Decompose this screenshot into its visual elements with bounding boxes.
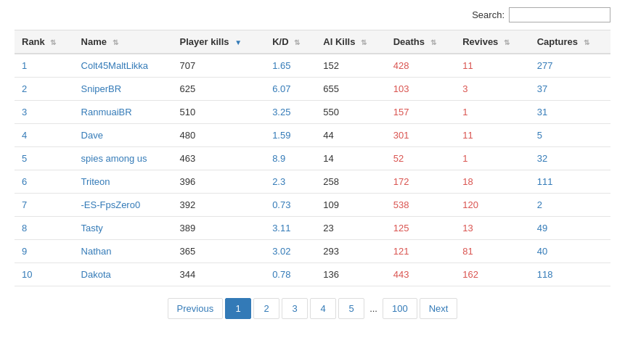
revives-sort-icon (504, 38, 510, 46)
table-body: 1Colt45MaltLikka7071.65152428112772Snipe… (15, 54, 610, 286)
player-kills-cell: 365 (173, 240, 266, 263)
revives-cell: 1 (455, 147, 530, 170)
captures-cell: 118 (530, 263, 610, 286)
captures-cell: 49 (530, 217, 610, 240)
ai-kills-cell: 44 (316, 124, 385, 147)
table-row: 8Tasty3893.11231251349 (15, 217, 610, 240)
deaths-cell: 443 (386, 263, 456, 286)
kd-cell: 0.78 (265, 263, 316, 286)
rank-cell: 6 (15, 170, 74, 194)
col-revives[interactable]: Revives (455, 30, 530, 54)
search-label: Search: (472, 9, 505, 20)
deaths-cell: 121 (386, 240, 456, 263)
player-kills-cell: 480 (173, 124, 266, 147)
page-3-button[interactable]: 3 (282, 298, 308, 319)
captures-cell: 40 (530, 240, 610, 263)
name-cell: RanmuaiBR (74, 101, 173, 124)
kd-cell: 1.65 (265, 54, 316, 78)
leaderboard-table: Rank Name Player kills K/D AI Kills (15, 30, 610, 286)
revives-cell: 11 (455, 54, 530, 78)
revives-cell: 81 (455, 240, 530, 263)
table-row: 3RanmuaiBR5103.25550157131 (15, 101, 610, 124)
page-4-button[interactable]: 4 (310, 298, 336, 319)
ai-kills-cell: 136 (316, 263, 385, 286)
deaths-sort-icon (430, 38, 436, 46)
table-row: 10Dakota3440.78136443162118 (15, 263, 610, 286)
col-name[interactable]: Name (74, 30, 173, 54)
kd-cell: 6.07 (265, 78, 316, 101)
rank-cell: 4 (15, 124, 74, 147)
captures-cell: 277 (530, 54, 610, 78)
ai-kills-sort-icon (361, 38, 367, 46)
previous-button[interactable]: Previous (168, 298, 224, 319)
name-cell: Nathan (74, 240, 173, 263)
kd-sort-icon (294, 38, 300, 46)
captures-cell: 31 (530, 101, 610, 124)
kd-cell: 0.73 (265, 194, 316, 217)
name-sort-icon (113, 38, 118, 46)
name-cell: Colt45MaltLikka (74, 54, 173, 78)
page-100-button[interactable]: 100 (383, 298, 417, 319)
name-cell: spies among us (74, 147, 173, 170)
captures-cell: 5 (530, 124, 610, 147)
search-bar: Search: (15, 7, 610, 22)
table-row: 5spies among us4638.91452132 (15, 147, 610, 170)
deaths-cell: 125 (386, 217, 456, 240)
table-row: 2SniperBR6256.07655103337 (15, 78, 610, 101)
revives-cell: 162 (455, 263, 530, 286)
ai-kills-cell: 655 (316, 78, 385, 101)
deaths-cell: 103 (386, 78, 456, 101)
name-cell: -ES-FpsZero0 (74, 194, 173, 217)
col-ai-kills[interactable]: AI Kills (316, 30, 385, 54)
col-rank[interactable]: Rank (15, 30, 74, 54)
player-kills-cell: 510 (173, 101, 266, 124)
ai-kills-cell: 293 (316, 240, 385, 263)
table-row: 1Colt45MaltLikka7071.6515242811277 (15, 54, 610, 78)
ai-kills-cell: 14 (316, 147, 385, 170)
revives-cell: 13 (455, 217, 530, 240)
revives-cell: 11 (455, 124, 530, 147)
col-captures[interactable]: Captures (530, 30, 610, 54)
player-kills-cell: 463 (173, 147, 266, 170)
rank-cell: 8 (15, 217, 74, 240)
rank-cell: 2 (15, 78, 74, 101)
rank-sort-icon (50, 38, 56, 46)
table-row: 6Triteon3962.325817218111 (15, 170, 610, 194)
kd-cell: 3.02 (265, 240, 316, 263)
revives-cell: 120 (455, 194, 530, 217)
rank-cell: 1 (15, 54, 74, 78)
col-player-kills[interactable]: Player kills (173, 30, 266, 54)
next-button[interactable]: Next (420, 298, 458, 319)
col-kd[interactable]: K/D (265, 30, 316, 54)
page-5-button[interactable]: 5 (338, 298, 364, 319)
captures-cell: 2 (530, 194, 610, 217)
name-cell: Tasty (74, 217, 173, 240)
captures-sort-icon (584, 38, 589, 46)
captures-cell: 32 (530, 147, 610, 170)
page-1-button[interactable]: 1 (225, 298, 251, 319)
name-cell: Dakota (74, 263, 173, 286)
ai-kills-cell: 109 (316, 194, 385, 217)
player-kills-cell: 344 (173, 263, 266, 286)
name-cell: SniperBR (74, 78, 173, 101)
rank-cell: 10 (15, 263, 74, 286)
player-kills-cell: 392 (173, 194, 266, 217)
kd-cell: 3.11 (265, 217, 316, 240)
revives-cell: 3 (455, 78, 530, 101)
search-input[interactable] (509, 7, 610, 22)
page-2-button[interactable]: 2 (253, 298, 279, 319)
ai-kills-cell: 152 (316, 54, 385, 78)
col-deaths[interactable]: Deaths (386, 30, 456, 54)
kd-cell: 2.3 (265, 170, 316, 194)
captures-cell: 37 (530, 78, 610, 101)
kd-cell: 8.9 (265, 147, 316, 170)
deaths-cell: 52 (386, 147, 456, 170)
page-dots: ... (367, 299, 380, 318)
player-kills-cell: 389 (173, 217, 266, 240)
player-kills-cell: 707 (173, 54, 266, 78)
pagination: Previous 1 2 3 4 5 ... 100 Next (15, 298, 610, 319)
table-row: 9Nathan3653.022931218140 (15, 240, 610, 263)
revives-cell: 1 (455, 101, 530, 124)
name-cell: Triteon (74, 170, 173, 194)
ai-kills-cell: 258 (316, 170, 385, 194)
